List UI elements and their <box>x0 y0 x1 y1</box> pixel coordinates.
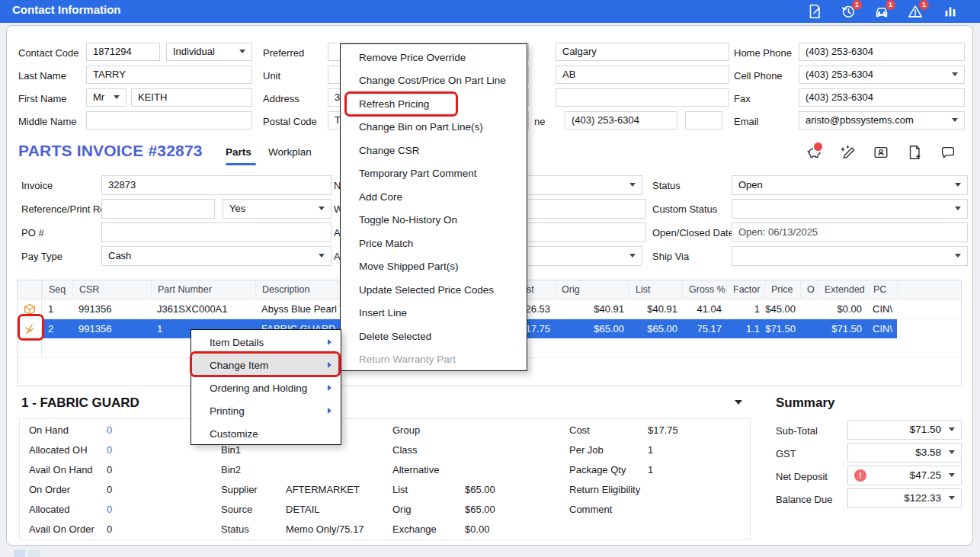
collapse-chevron-icon[interactable] <box>735 400 742 405</box>
city-extra-field[interactable] <box>556 88 729 107</box>
po-label: PO # <box>21 227 44 238</box>
menu-item-refresh-pricing[interactable]: Refresh Pricing <box>341 92 527 116</box>
ship-via-select[interactable] <box>732 246 968 266</box>
line-context-menu: Item Details Change Item Ordering and Ho… <box>191 329 341 445</box>
piggy-bank-icon[interactable] <box>805 144 822 161</box>
col-extended[interactable]: Extended <box>818 280 866 299</box>
menu-item-ordering-and-holding[interactable]: Ordering and Holding <box>191 376 341 399</box>
menu-item-temporary-part-comment[interactable]: Temporary Part Comment <box>341 162 527 186</box>
col-orig[interactable]: Orig <box>555 280 629 299</box>
avail-on-order-value: 0 <box>107 523 112 535</box>
menu-item-add-core[interactable]: Add Core <box>341 185 527 209</box>
reference-field[interactable] <box>101 199 215 219</box>
col-csr[interactable]: CSR <box>72 280 151 299</box>
edit-wand-icon[interactable] <box>839 144 856 161</box>
reference-label: Reference/Print Ref <box>21 203 108 215</box>
col-o[interactable]: O <box>800 280 818 299</box>
col-list[interactable]: List <box>629 280 682 299</box>
alerts-icon[interactable]: 1 <box>907 3 924 20</box>
menu-item-toggle-no-history[interactable]: Toggle No-History On <box>341 209 527 232</box>
gst-field[interactable]: $3.58 <box>847 443 962 463</box>
reports-icon[interactable] <box>942 3 959 20</box>
tab-workplan[interactable]: Workplan <box>268 146 312 158</box>
phone-label-fragment: ne <box>534 116 545 127</box>
allocated-oh-value[interactable]: 0 <box>107 444 112 456</box>
print-ref-select[interactable]: Yes <box>223 199 331 219</box>
middle-name-field[interactable] <box>86 111 252 130</box>
col-seq[interactable]: Seq <box>42 280 72 299</box>
menu-item-delete-selected[interactable]: Delete Selected <box>341 325 527 348</box>
orig-value: $65.00 <box>465 504 495 515</box>
home-phone-field[interactable]: (403) 253-6304 <box>799 43 965 61</box>
col-part-number[interactable]: Part Number <box>151 280 255 299</box>
chevron-down-icon <box>952 118 958 122</box>
history-icon[interactable]: 1 <box>840 3 857 20</box>
menu-item-change-cost-price[interactable]: Change Cost/Price On Part Line <box>341 69 527 93</box>
comment-icon[interactable] <box>940 144 956 161</box>
menu-item-update-price-codes[interactable]: Update Selected Price Codes <box>341 278 527 302</box>
part-status-value: Memo Only/75.17 <box>286 523 364 535</box>
pay-type-label: Pay Type <box>21 251 62 262</box>
col-price[interactable]: Price <box>764 280 800 299</box>
col-pc[interactable]: PC <box>866 280 897 299</box>
edit-document-icon[interactable] <box>806 3 823 20</box>
last-name-field[interactable]: TARRY <box>86 66 252 84</box>
chevron-down-icon <box>949 450 955 454</box>
email-select[interactable]: aristo@pbssystems.com <box>799 111 965 130</box>
add-document-icon[interactable] <box>906 144 923 161</box>
open-closed-field: Open: 06/13/2025 <box>732 222 968 242</box>
allocated-value[interactable]: 0 <box>107 504 112 515</box>
bin2-label: Bin2 <box>221 464 241 475</box>
menu-item-change-bin[interactable]: Change Bin on Part Line(s) <box>341 116 527 139</box>
menu-item-printing[interactable]: Printing <box>191 399 341 422</box>
menu-item-change-csr[interactable]: Change CSR <box>341 139 527 162</box>
balance-due-label: Balance Due <box>776 494 832 505</box>
cell-phone-select[interactable]: (403) 253-6304 <box>799 66 965 84</box>
po-field[interactable] <box>101 222 331 242</box>
vehicle-badge: 1 <box>886 0 895 10</box>
on-hand-value[interactable]: 0 <box>107 424 112 436</box>
province-field[interactable]: AB <box>556 66 729 84</box>
pay-type-select[interactable]: Cash <box>101 246 331 266</box>
fax-field[interactable]: (403) 253-6304 <box>799 88 965 107</box>
invoice-number-field[interactable]: 32873 <box>101 175 331 195</box>
menu-item-change-item[interactable]: Change Item <box>191 354 341 376</box>
col-gross[interactable]: Gross % <box>682 280 726 299</box>
invoice-label: Invoice <box>21 180 53 191</box>
exchange-label: Exchange <box>392 523 437 535</box>
package-qty-label: Package Qty <box>569 464 626 475</box>
submenu-arrow-icon <box>328 362 331 368</box>
net-deposit-field[interactable]: ! $47.25 <box>847 466 962 485</box>
summary-heading: Summary <box>776 395 834 411</box>
chevron-down-icon <box>629 183 636 187</box>
menu-item-item-details[interactable]: Item Details <box>191 331 341 354</box>
menu-item-customize[interactable]: Customize <box>191 422 341 445</box>
preferred-label: Preferred <box>263 47 304 59</box>
vehicle-icon[interactable]: 1 <box>873 3 890 20</box>
phone-ext-field[interactable] <box>685 111 722 130</box>
tab-parts[interactable]: Parts <box>226 146 251 158</box>
sub-total-field[interactable]: $71.50 <box>847 420 962 440</box>
menu-item-move-shipped-parts[interactable]: Move Shipped Part(s) <box>341 255 527 279</box>
contact-code-field[interactable]: 1871294 <box>86 43 160 61</box>
bottom-strip-square <box>28 550 40 557</box>
phone-field[interactable]: (403) 253-6304 <box>565 111 677 130</box>
city-field[interactable]: Calgary <box>556 43 729 61</box>
contact-type-select[interactable]: Individual <box>166 43 252 61</box>
chevron-down-icon <box>239 50 245 53</box>
custom-status-select[interactable] <box>732 199 968 219</box>
open-closed-label: Open/Closed Date <box>652 227 734 238</box>
col-factor[interactable]: Factor <box>726 280 764 299</box>
unit-label: Unit <box>263 70 280 82</box>
chevron-down-icon <box>949 473 955 477</box>
first-name-field[interactable]: KEITH <box>131 88 252 107</box>
contact-card-icon[interactable] <box>873 144 889 161</box>
menu-item-remove-price-override[interactable]: Remove Price Override <box>341 46 527 69</box>
status-select[interactable]: Open <box>732 175 968 195</box>
salutation-select[interactable]: Mr <box>86 88 127 107</box>
on-hand-label: On Hand <box>29 424 69 436</box>
menu-item-price-match[interactable]: Price Match <box>341 232 527 255</box>
balance-due-field[interactable]: $122.33 <box>847 488 962 508</box>
return-eligibility-label: Return Eligibility <box>569 484 640 495</box>
menu-item-insert-line[interactable]: Insert Line <box>341 302 527 325</box>
